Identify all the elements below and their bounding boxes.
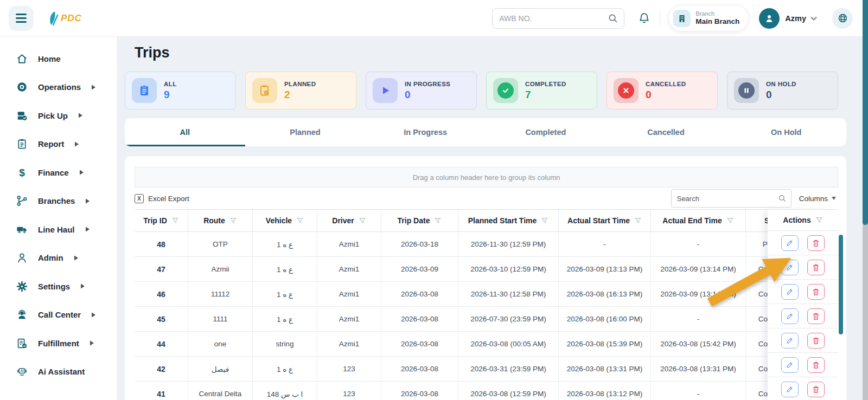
planned-count: 2 <box>284 89 316 101</box>
row-delete-button[interactable] <box>807 382 825 397</box>
chevron-right-icon <box>79 113 83 118</box>
tab-all[interactable]: All <box>125 118 245 146</box>
row-edit-button[interactable] <box>781 357 799 373</box>
table-search-input[interactable] <box>671 189 792 208</box>
notifications-bell-icon[interactable] <box>637 11 651 25</box>
row-edit-button[interactable] <box>781 333 799 349</box>
tab-planned[interactable]: Planned <box>245 118 366 146</box>
filter-funnel-icon[interactable] <box>726 217 734 224</box>
sidebar-item-operations[interactable]: Operations <box>0 73 117 102</box>
sidebar-item-report[interactable]: Report <box>0 130 117 159</box>
main-content: Trips ALL9 PLANNED2 IN PROGRESS0 COMPLET… <box>118 37 868 400</box>
sidebar-item-ai-assistant[interactable]: AI Ai Assistant <box>0 358 117 386</box>
filter-funnel-icon[interactable] <box>296 217 304 224</box>
actions-row <box>768 353 838 377</box>
svg-text:AI: AI <box>20 369 23 373</box>
status-card-cancelled[interactable]: CANCELLED0 <box>607 72 718 109</box>
sidebar-item-branches[interactable]: Branches <box>0 187 117 216</box>
group-by-dropzone[interactable]: Drag a column header here to group its c… <box>135 167 838 188</box>
sidebar-item-finance[interactable]: $ Finance <box>0 158 117 187</box>
filter-funnel-icon[interactable] <box>229 217 237 224</box>
row-delete-button[interactable] <box>807 235 825 251</box>
tab-on-hold[interactable]: On Hold <box>726 118 846 146</box>
row-edit-button[interactable] <box>781 308 799 324</box>
branch-selector[interactable]: Branch Main Branch <box>669 6 748 31</box>
sidebar-item-call-center[interactable]: Call Center <box>0 301 117 330</box>
finance-dollar-icon: $ <box>15 166 28 179</box>
status-card-planned[interactable]: PLANNED2 <box>245 72 356 109</box>
column-header-trip-date[interactable]: Trip Date <box>381 210 458 231</box>
search-icon[interactable] <box>607 12 619 24</box>
column-header-trip-id[interactable]: Trip ID <box>135 210 188 231</box>
filter-funnel-icon[interactable] <box>434 217 442 224</box>
filter-funnel-icon[interactable] <box>359 217 366 224</box>
trips-table-card: Drag a column header here to group its c… <box>125 156 846 400</box>
language-globe-icon[interactable] <box>832 8 853 29</box>
filter-funnel-icon[interactable] <box>171 217 179 224</box>
row-edit-button[interactable] <box>781 235 799 251</box>
tab-in-progress[interactable]: In Progress <box>365 118 486 146</box>
column-header-actual-end[interactable]: Actual End Time <box>651 210 746 231</box>
row-delete-button[interactable] <box>807 260 825 275</box>
chevron-right-icon <box>86 227 90 232</box>
sidebar-item-line-haul[interactable]: Line Haul <box>0 215 117 244</box>
sidebar-item-settings[interactable]: Settings <box>0 272 117 301</box>
actions-row <box>768 328 838 353</box>
column-header-planned-start[interactable]: Planned Start Time <box>458 210 559 231</box>
column-header-actual-start[interactable]: Actual Start Time <box>559 210 651 231</box>
tab-cancelled[interactable]: Cancelled <box>606 118 726 146</box>
excel-icon: X <box>135 194 144 203</box>
hamburger-menu-icon[interactable] <box>9 6 34 31</box>
row-delete-button[interactable] <box>807 333 825 349</box>
tab-completed[interactable]: Completed <box>486 118 606 146</box>
filter-funnel-icon[interactable] <box>541 217 548 224</box>
row-edit-button[interactable] <box>781 382 799 397</box>
navbar-divider <box>660 11 660 25</box>
column-header-vehicle[interactable]: Vehicle <box>253 210 317 231</box>
sidebar-item-admin[interactable]: Admin <box>0 244 117 273</box>
svg-text:$: $ <box>19 166 25 178</box>
row-delete-button[interactable] <box>807 284 825 300</box>
user-name: Azmy <box>785 14 806 23</box>
page-scrollbar-thumb[interactable] <box>863 0 868 225</box>
status-cards: ALL9 PLANNED2 IN PROGRESS0 COMPLETED7 CA… <box>125 72 846 109</box>
row-delete-button[interactable] <box>807 308 825 324</box>
chevron-right-icon <box>92 312 96 318</box>
pdc-logo: PDC <box>46 10 82 27</box>
table-row: 45 1111 ع ه 1 Azmi1 2026-03-08 2026-07-3… <box>135 307 837 332</box>
check-circle-icon <box>493 78 518 103</box>
filter-funnel-icon[interactable] <box>815 216 823 224</box>
user-menu[interactable]: Azmy <box>759 8 817 29</box>
actions-row <box>768 280 838 304</box>
sidebar-item-pick-up[interactable]: Pick Up <box>0 101 117 130</box>
branch-name: Main Branch <box>695 17 739 26</box>
row-delete-button[interactable] <box>807 357 825 373</box>
truck-icon <box>15 223 28 236</box>
awb-search-input[interactable] <box>492 8 624 29</box>
settings-gear-icon <box>15 280 28 293</box>
chevron-right-icon <box>86 198 90 204</box>
row-edit-button[interactable] <box>781 260 799 275</box>
filter-funnel-icon[interactable] <box>634 217 642 224</box>
status-card-in-progress[interactable]: IN PROGRESS0 <box>366 72 477 109</box>
excel-export-button[interactable]: X Excel Export <box>135 194 189 203</box>
columns-chooser-button[interactable]: Columns <box>799 195 836 203</box>
status-card-completed[interactable]: COMPLETED7 <box>486 72 597 109</box>
building-icon <box>673 10 691 27</box>
chevron-right-icon <box>90 340 94 346</box>
row-edit-button[interactable] <box>781 284 799 300</box>
table-row: 44 one string Azmi1 2026-03-08 2026-03-0… <box>135 332 837 357</box>
column-header-route[interactable]: Route <box>188 210 253 231</box>
home-icon <box>15 53 28 65</box>
chevron-down-icon <box>832 197 836 200</box>
chevron-down-icon <box>810 16 817 21</box>
status-card-on-hold[interactable]: ON HOLD0 <box>727 72 838 109</box>
column-header-driver[interactable]: Driver <box>317 210 381 231</box>
sidebar-item-home[interactable]: Home <box>0 44 117 73</box>
table-scrollbar-thumb[interactable] <box>839 235 843 334</box>
pickup-boxes-icon <box>15 109 28 122</box>
status-card-all[interactable]: ALL9 <box>125 72 236 109</box>
sidebar-item-fulfillment[interactable]: Fulfillment <box>0 329 117 358</box>
column-header-actions[interactable]: Actions <box>768 209 838 231</box>
play-icon <box>373 78 398 103</box>
